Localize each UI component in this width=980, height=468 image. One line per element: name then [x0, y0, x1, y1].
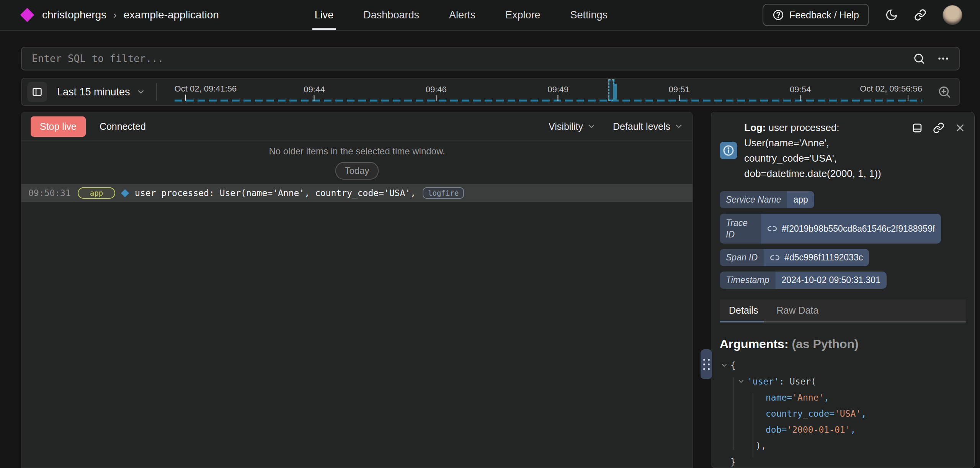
open-drawer-button[interactable]: [911, 122, 923, 134]
attr-service-name: Service Name app: [720, 191, 814, 208]
attr-value: app: [787, 191, 814, 208]
chevron-down-icon: [136, 87, 145, 97]
attr-value: 2024-10-02 09:50:31.301: [776, 272, 887, 289]
chevron-down-icon: [674, 122, 683, 131]
visibility-dropdown[interactable]: Visibility: [549, 121, 596, 132]
help-circle-icon: [773, 9, 784, 21]
timeline-tick: 09:46: [426, 85, 447, 101]
service-badge[interactable]: app: [78, 187, 115, 199]
panel-left-icon: [32, 87, 42, 97]
empty-window-message: No older items in the selected time wind…: [269, 146, 445, 157]
zoom-in-icon: [938, 85, 951, 99]
timeline-tick: 09:54: [790, 85, 811, 101]
sql-filter-bar: [21, 47, 960, 70]
tab-details[interactable]: Details: [728, 299, 759, 321]
tab-settings[interactable]: Settings: [570, 0, 608, 30]
timeline-start: Oct 02, 09:41:56: [175, 84, 237, 101]
connection-status: Connected: [100, 121, 146, 132]
stop-live-button[interactable]: Stop live: [31, 116, 86, 137]
breadcrumb-org[interactable]: christophergs: [42, 9, 106, 21]
link-icon: [770, 253, 780, 263]
tab-dashboards[interactable]: Dashboards: [363, 0, 419, 30]
log-details-panel: Log: user processed: User(name='Anne', c…: [711, 112, 975, 468]
log-timestamp: 09:50:31: [28, 188, 71, 198]
timeline-tick: 09:51: [669, 85, 690, 101]
tab-explore[interactable]: Explore: [505, 0, 541, 30]
breadcrumb-chevron-icon: ›: [113, 9, 117, 21]
log-level-info-icon: [121, 189, 129, 197]
run-search-button[interactable]: [913, 52, 925, 65]
log-row[interactable]: 09:50:31 app user processed: User(name='…: [21, 184, 693, 202]
link-icon: [767, 224, 777, 234]
close-panel-button[interactable]: [954, 122, 966, 134]
default-levels-label: Default levels: [613, 121, 670, 132]
copy-link-button[interactable]: [933, 122, 944, 134]
timeline-end: Oct 02, 09:56:56: [860, 84, 922, 101]
moon-icon: [885, 8, 898, 21]
attr-label: Service Name: [720, 191, 787, 208]
link-icon: [914, 9, 926, 21]
code-line: name='Anne',: [720, 389, 966, 406]
feedback-help-label: Feedback / Help: [789, 10, 859, 21]
sql-filter-input[interactable]: [32, 53, 913, 64]
grip-dots-icon: [703, 359, 710, 370]
live-panel-header: Stop live Connected Visibility Default l…: [21, 112, 693, 141]
log-detail-title: Log: user processed: User(name='Anne', c…: [744, 120, 897, 181]
ellipsis-icon: [937, 52, 950, 65]
breadcrumb-project[interactable]: example-application: [124, 9, 219, 21]
link-icon: [933, 122, 944, 134]
code-line: {: [720, 357, 966, 373]
time-range-dropdown[interactable]: Last 15 minutes: [57, 86, 145, 98]
timeline-tick: 09:49: [547, 85, 568, 101]
time-range-label: Last 15 minutes: [57, 86, 130, 98]
attr-value: #d5c996f11192033c: [784, 252, 863, 263]
tab-live[interactable]: Live: [315, 0, 334, 30]
code-line: 'user': User(: [720, 373, 966, 389]
attr-label: Trace ID: [720, 214, 761, 244]
log-message: user processed: User(name='Anne', countr…: [135, 188, 416, 198]
today-button[interactable]: Today: [335, 162, 378, 180]
arguments-code-tree: { 'user': User( name='Anne', country_cod…: [720, 357, 966, 468]
theme-toggle-button[interactable]: [885, 8, 898, 21]
code-line: }: [720, 454, 966, 468]
attr-span-id[interactable]: Span ID #d5c996f11192033c: [720, 249, 869, 266]
zoom-in-button[interactable]: [938, 85, 951, 99]
filter-more-button[interactable]: [937, 52, 950, 65]
chevron-down-icon: [587, 122, 596, 131]
attr-label: Span ID: [720, 249, 764, 266]
sidebar-toggle-button[interactable]: [27, 82, 47, 102]
default-levels-dropdown[interactable]: Default levels: [613, 121, 683, 132]
code-line: ),: [720, 438, 966, 454]
search-icon: [913, 52, 925, 65]
share-link-button[interactable]: [914, 9, 926, 21]
visibility-label: Visibility: [549, 121, 583, 132]
timeline-bar: Last 15 minutes Oct 02, 09:41:56 09:44 0…: [21, 78, 960, 106]
indent-guide: [733, 377, 734, 450]
breadcrumb: christophergs › example-application: [42, 9, 219, 21]
tab-alerts[interactable]: Alerts: [449, 0, 475, 30]
collapse-chevron-icon[interactable]: [737, 378, 747, 385]
drawer-icon: [911, 122, 923, 134]
attr-timestamp: Timestamp 2024-10-02 09:50:31.301: [720, 272, 887, 289]
scope-badge[interactable]: logfire: [423, 187, 464, 199]
collapse-chevron-icon[interactable]: [720, 362, 730, 369]
arguments-heading: Arguments: (as Python): [720, 337, 966, 351]
avatar[interactable]: [942, 5, 962, 25]
divider: [156, 83, 157, 101]
timeline-tick: 09:44: [304, 85, 325, 101]
feedback-help-button[interactable]: Feedback / Help: [763, 4, 869, 26]
timeline-track[interactable]: Oct 02, 09:41:56 09:44 09:46 09:49 09:51…: [175, 79, 922, 105]
live-view-panel: Stop live Connected Visibility Default l…: [21, 112, 693, 468]
tab-raw-data[interactable]: Raw Data: [776, 299, 819, 321]
timeline-histogram-bar[interactable]: [613, 84, 617, 101]
code-line: country_code='USA',: [720, 406, 966, 422]
logfire-logo-icon[interactable]: [20, 8, 34, 22]
close-icon: [954, 122, 966, 134]
detail-tabs: Details Raw Data: [720, 299, 966, 322]
panel-resize-handle[interactable]: [701, 349, 712, 379]
top-nav: christophergs › example-application Live…: [0, 0, 980, 31]
nav-tabs: Live Dashboards Alerts Explore Settings: [315, 0, 608, 30]
info-level-chip: [720, 142, 737, 159]
attr-trace-id[interactable]: Trace ID #f2019b98b550cd8a61546c2f918895…: [720, 214, 941, 244]
code-line: dob='2000-01-01',: [720, 422, 966, 438]
